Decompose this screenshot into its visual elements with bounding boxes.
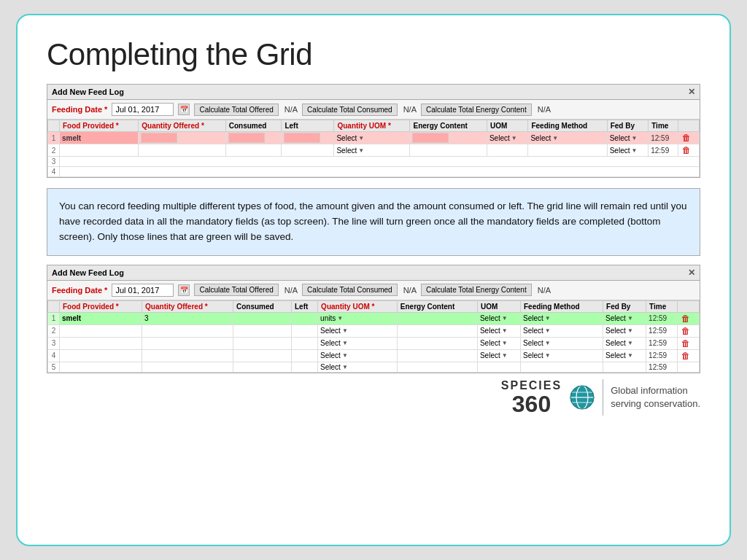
bot-row-4-method[interactable]: Select▼ (520, 349, 603, 362)
bot-row-5-uom2[interactable] (477, 362, 520, 372)
top-row-1-energy-input[interactable] (412, 133, 449, 143)
top-row-1-left[interactable] (282, 132, 334, 144)
bottom-calc-offered-btn[interactable]: Calculate Total Offered (194, 284, 278, 296)
bot-row-2-uom[interactable]: Select▼ (318, 324, 398, 337)
top-row-1-consumed[interactable] (225, 132, 282, 144)
bot-row-4-food[interactable] (60, 349, 142, 362)
bot-row-3-consumed[interactable] (233, 337, 291, 349)
bot-row-1-uom2[interactable]: Select▼ (477, 312, 520, 324)
top-row-1-qty-input[interactable] (141, 133, 177, 143)
bot-row-4-uom[interactable]: Select▼ (318, 349, 398, 362)
bot-row-3-energy[interactable] (397, 337, 477, 349)
bot-row-3-uom2[interactable]: Select▼ (477, 337, 520, 349)
bot-row-2-uom2[interactable]: Select▼ (477, 324, 520, 337)
bot-row-5-qty[interactable] (142, 362, 233, 372)
bot-row-4-delete-btn[interactable]: 🗑 (680, 351, 692, 361)
top-row-2-delete-btn[interactable]: 🗑 (681, 145, 692, 155)
top-row-1-energy[interactable] (410, 132, 487, 144)
bot-row-5-fedby[interactable] (603, 362, 646, 372)
top-row-2-uom2[interactable] (487, 144, 528, 157)
top-row-1-delete-btn[interactable]: 🗑 (681, 133, 692, 143)
bot-row-2-consumed[interactable] (233, 324, 291, 337)
top-row-1-fedby[interactable]: Select▼ (607, 132, 649, 144)
bot-row-3: 3 Select▼ Select▼ Select▼ Select▼ 12:59 … (48, 337, 700, 349)
top-row-2-food[interactable] (60, 144, 139, 157)
top-row-2-energy[interactable] (410, 144, 487, 157)
bot-row-3-fedby[interactable]: Select▼ (603, 337, 646, 349)
logo-360-text: 360 (512, 392, 551, 416)
top-calc-energy-btn[interactable]: Calculate Total Energy Content (421, 104, 532, 116)
bot-row-1-delete-btn[interactable]: 🗑 (680, 314, 692, 324)
top-row-1-uom2[interactable]: Select▼ (487, 132, 528, 144)
bot-row-5-left[interactable] (292, 362, 318, 372)
bottom-calendar-icon[interactable]: 📅 (178, 284, 190, 296)
top-row-1-method[interactable]: Select▼ (528, 132, 607, 144)
bot-row-4-left[interactable] (292, 349, 318, 362)
bot-row-4-energy[interactable] (397, 349, 477, 362)
bot-row-1-delete[interactable]: 🗑 (677, 312, 699, 324)
bot-row-5-delete[interactable] (677, 362, 699, 372)
top-row-1-consumed-input[interactable] (228, 133, 265, 143)
bottom-feeding-date-input[interactable] (112, 284, 174, 297)
top-row-1-left-input[interactable] (284, 133, 320, 143)
bot-row-3-qty[interactable] (142, 337, 233, 349)
top-col-uom: Quantity UOM * (334, 120, 410, 132)
logo-tagline: Global information serving conservation. (611, 384, 700, 411)
tagline-line2: serving conservation. (611, 397, 700, 411)
bot-col-qty: Quantity Offered * (142, 300, 233, 312)
bot-row-4-fedby[interactable]: Select▼ (603, 349, 646, 362)
top-window-close[interactable]: ✕ (688, 87, 695, 97)
bot-row-4-consumed[interactable] (233, 349, 291, 362)
bot-row-1-fedby[interactable]: Select▼ (603, 312, 646, 324)
bot-row-4-qty[interactable] (142, 349, 233, 362)
bot-row-5-food[interactable] (60, 362, 142, 372)
bot-row-2-method[interactable]: Select▼ (520, 324, 603, 337)
bot-row-4-delete[interactable]: 🗑 (677, 349, 699, 362)
bot-row-1-uom[interactable]: units▼ (318, 312, 398, 324)
bot-row-3-num: 3 (48, 337, 60, 349)
top-row-2-method[interactable] (528, 144, 607, 157)
bottom-calc-energy-btn[interactable]: Calculate Total Energy Content (421, 284, 532, 296)
top-row-1-delete[interactable]: 🗑 (678, 132, 699, 144)
bot-row-4-uom2[interactable]: Select▼ (477, 349, 520, 362)
bot-row-3-food[interactable] (60, 337, 142, 349)
top-row-2: 2 Select▼ Select▼ 12:59 🗑 (48, 144, 700, 157)
bottom-offered-value: N/A (285, 286, 298, 295)
top-row-2-delete[interactable]: 🗑 (678, 144, 699, 157)
bot-row-5-consumed[interactable] (233, 362, 291, 372)
bot-row-2-delete-btn[interactable]: 🗑 (680, 326, 692, 336)
top-row-1-uom[interactable]: Select▼ (334, 132, 410, 144)
bot-row-2-delete[interactable]: 🗑 (677, 324, 699, 337)
top-row-2-fedby[interactable]: Select▼ (607, 144, 649, 157)
bot-row-3-delete[interactable]: 🗑 (677, 337, 699, 349)
bottom-calc-consumed-btn[interactable]: Calculate Total Consumed (302, 284, 398, 296)
bot-row-3-uom[interactable]: Select▼ (318, 337, 398, 349)
top-row-2-qty[interactable] (139, 144, 226, 157)
top-calc-offered-btn[interactable]: Calculate Total Offered (194, 104, 278, 116)
top-calc-consumed-btn[interactable]: Calculate Total Consumed (302, 104, 398, 116)
top-row-1-qty[interactable] (139, 132, 226, 144)
bot-row-2-left[interactable] (292, 324, 318, 337)
bot-row-2-food[interactable] (60, 324, 142, 337)
bot-row-5-method[interactable] (520, 362, 603, 372)
bot-row-5-energy[interactable] (397, 362, 477, 372)
bot-row-1-method[interactable]: Select▼ (520, 312, 603, 324)
bot-row-5-uom[interactable]: Select▼ (318, 362, 398, 372)
top-col-food: Food Provided * (60, 120, 139, 132)
bot-row-3-left[interactable] (292, 337, 318, 349)
bot-row-3-delete-btn[interactable]: 🗑 (680, 338, 692, 349)
top-feeding-date-input[interactable] (112, 103, 174, 116)
bot-row-3-method[interactable]: Select▼ (520, 337, 603, 349)
bot-row-2-qty[interactable] (142, 324, 233, 337)
top-calendar-icon[interactable]: 📅 (178, 104, 190, 115)
bot-row-2-energy[interactable] (397, 324, 477, 337)
top-row-2-consumed[interactable] (225, 144, 282, 157)
bot-row-5-num: 5 (48, 362, 60, 372)
bot-row-2-fedby[interactable]: Select▼ (603, 324, 646, 337)
top-row-2-left[interactable] (282, 144, 334, 157)
top-row-2-uom[interactable]: Select▼ (334, 144, 410, 157)
top-energy-value: N/A (538, 105, 551, 114)
bot-col-left: Left (292, 300, 318, 312)
bottom-window-close[interactable]: ✕ (688, 268, 695, 278)
bot-row-1-uom2-arrow: ▼ (502, 315, 508, 322)
